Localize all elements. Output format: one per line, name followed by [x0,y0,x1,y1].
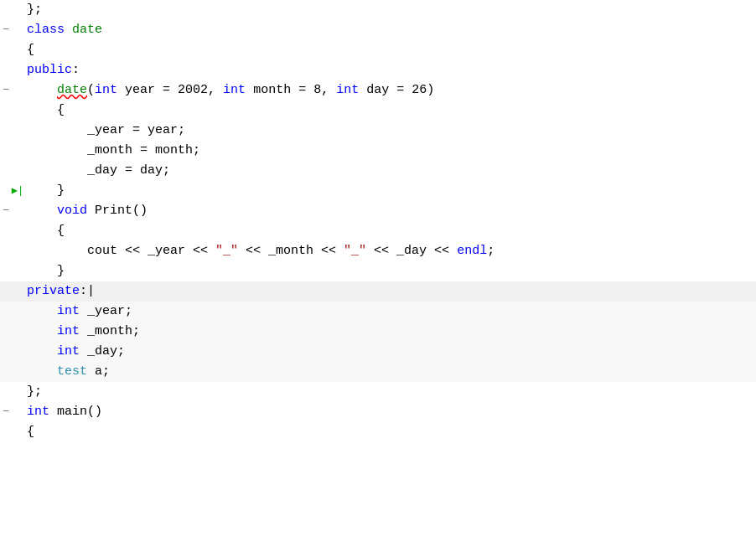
code-token [27,83,57,97]
code-line: { [0,40,756,60]
code-token: _month; [80,324,140,338]
code-line: ▶| } [0,181,756,201]
code-line: { [0,221,756,241]
code-token: , [321,83,336,97]
code-content[interactable]: int _year; [23,302,756,321]
code-token: _year = year; [27,123,185,137]
code-content[interactable]: _year = year; [23,121,756,140]
code-token: } [27,264,65,278]
code-token: :| [80,284,95,298]
code-content[interactable]: public: [23,60,756,80]
code-token [27,324,57,338]
code-token: ) [427,83,434,97]
code-content[interactable]: _month = month; [23,141,756,160]
code-content[interactable]: date(int year = 2002, int month = 8, int… [23,80,756,100]
code-token: 26 [412,83,427,97]
code-token: int [57,304,80,318]
code-token: << _month << [238,244,344,258]
code-content[interactable]: class date [23,20,756,39]
debug-arrow-icon: ▶| [12,183,23,199]
code-token: _day = day; [27,163,170,178]
code-token: endl [457,244,487,258]
code-token: 2002 [178,83,208,97]
code-content[interactable]: }; [23,382,756,401]
code-content[interactable]: test a; [23,362,756,381]
code-editor: };−class date{public:− date(int year = 2… [0,0,756,552]
code-token: class [27,23,65,37]
code-token: _year; [80,304,132,318]
code-line: private:| [0,281,756,302]
code-token: a; [87,364,110,379]
code-token: { [27,224,65,238]
code-token [27,304,57,318]
code-line: −int main() [0,402,756,422]
code-line: −class date [0,20,756,40]
code-line: } [0,261,756,281]
code-line: _day = day; [0,161,756,181]
code-content[interactable]: int _day; [23,342,756,361]
code-token: ; [487,244,495,258]
code-content[interactable]: }; [23,0,756,19]
gutter-indicator: − [0,21,12,39]
code-line: _month = month; [0,141,756,161]
code-token: int [336,83,359,97]
code-content[interactable]: int _month; [23,322,756,341]
code-token: _day; [80,344,125,359]
code-token: } [27,183,65,198]
code-line: test a; [0,362,756,382]
code-token: : [72,63,80,77]
gutter-indicator: − [0,403,12,421]
code-line: _year = year; [0,121,756,141]
code-token: int [27,405,49,419]
code-token: int [57,324,80,338]
code-token: int [223,83,246,97]
code-token: date [57,83,87,97]
code-token: , [208,83,223,97]
code-token: { [27,425,34,439]
code-token: cout << _year << [27,244,215,258]
arrow-area: ▶| [12,183,23,199]
code-token: private [27,284,80,298]
code-token: }; [27,3,42,17]
code-line: − date(int year = 2002, int month = 8, i… [0,80,756,101]
gutter-indicator: − [0,81,12,100]
code-token: public [27,63,72,77]
code-token: << _day << [366,244,457,258]
code-token: void [57,204,87,218]
code-line: cout << _year << "_" << _month << "_" <<… [0,241,756,261]
code-line: }; [0,382,756,402]
gutter-indicator: − [0,202,12,220]
code-content[interactable]: } [23,261,756,281]
code-line: { [0,422,756,442]
code-token [65,23,72,37]
code-line: − void Print() [0,201,756,221]
code-token: int [57,344,80,359]
code-content[interactable]: } [23,181,756,200]
code-content[interactable]: { [23,40,756,59]
code-token: year = [117,83,178,97]
code-token: ( [87,83,95,97]
code-token: 8 [313,83,321,97]
code-line: }; [0,0,756,20]
code-content[interactable]: { [23,101,756,120]
code-token: int [95,83,117,97]
code-line: int _year; [0,302,756,322]
code-token: { [27,43,34,57]
code-content[interactable]: cout << _year << "_" << _month << "_" <<… [23,241,756,261]
code-content[interactable]: _day = day; [23,161,756,180]
code-token: }; [27,384,42,399]
code-token: month = [246,83,313,97]
code-token [27,344,57,359]
code-content[interactable]: int main() [23,402,756,421]
code-token [27,364,57,379]
code-token: Print() [87,204,148,218]
code-content[interactable]: void Print() [23,201,756,220]
code-token: day = [359,83,412,97]
code-token: _month = month; [27,143,200,157]
code-content[interactable]: { [23,422,756,441]
code-line: int _day; [0,342,756,362]
code-token: "_" [215,244,238,258]
code-line: int _month; [0,322,756,342]
code-content[interactable]: { [23,221,756,240]
code-content[interactable]: private:| [23,281,756,301]
